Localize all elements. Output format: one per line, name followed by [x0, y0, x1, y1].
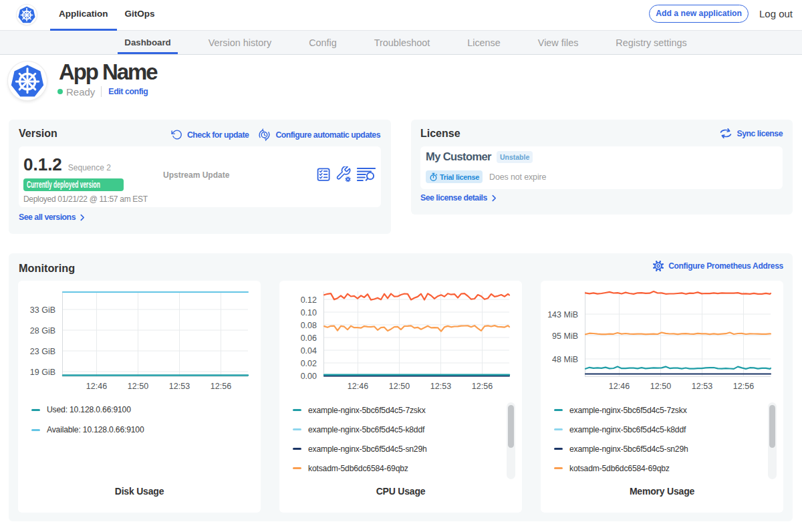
svg-text:0.06: 0.06 — [301, 334, 317, 343]
svg-text:95 MiB: 95 MiB — [552, 331, 578, 341]
svg-text:12:56: 12:56 — [211, 382, 231, 391]
svg-text:12:53: 12:53 — [169, 382, 190, 391]
svg-text:0.00: 0.00 — [301, 372, 317, 381]
svg-text:12:53: 12:53 — [430, 382, 451, 391]
svg-text:0.08: 0.08 — [301, 321, 317, 330]
svg-text:12:46: 12:46 — [86, 382, 107, 391]
svg-text:12:50: 12:50 — [128, 382, 148, 391]
svg-text:12:56: 12:56 — [733, 382, 754, 391]
svg-text:12:53: 12:53 — [692, 382, 712, 391]
svg-text:0.02: 0.02 — [301, 359, 317, 368]
svg-text:12:50: 12:50 — [389, 382, 410, 391]
svg-text:33 GiB: 33 GiB — [30, 305, 55, 315]
svg-text:12:50: 12:50 — [650, 382, 671, 391]
svg-text:0.04: 0.04 — [301, 346, 317, 356]
svg-text:28 GiB: 28 GiB — [30, 326, 55, 336]
svg-text:143 MiB: 143 MiB — [547, 310, 578, 319]
svg-text:12:46: 12:46 — [348, 382, 368, 391]
svg-text:48 MiB: 48 MiB — [552, 355, 578, 364]
svg-text:12:56: 12:56 — [472, 382, 493, 391]
svg-text:19 GiB: 19 GiB — [30, 368, 55, 377]
svg-text:0.12: 0.12 — [301, 295, 317, 305]
svg-text:23 GiB: 23 GiB — [30, 347, 55, 356]
svg-text:12:46: 12:46 — [609, 382, 630, 391]
svg-text:0.10: 0.10 — [301, 308, 317, 317]
